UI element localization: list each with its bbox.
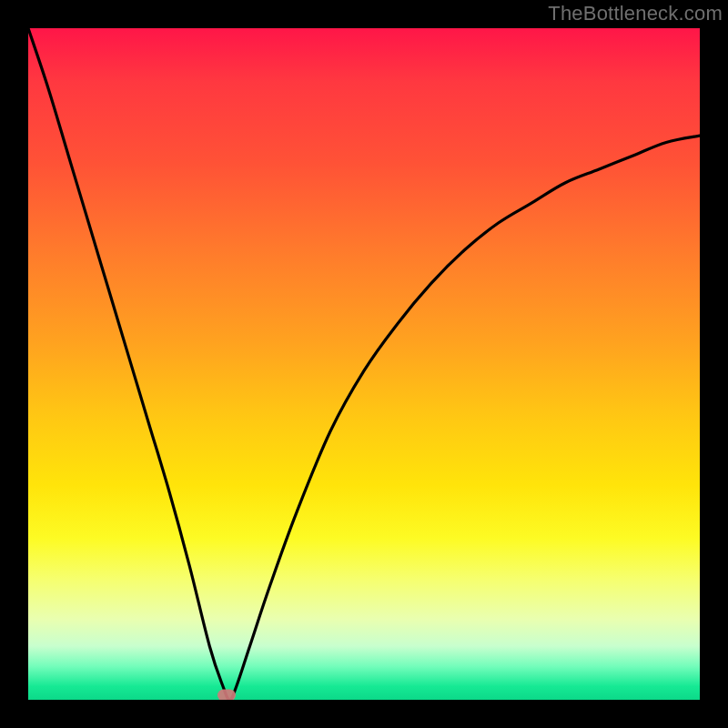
minimum-marker [217,689,236,700]
bottleneck-curve [28,28,700,700]
watermark-text: TheBottleneck.com [548,2,723,25]
plot-area [28,28,700,700]
chart-frame: TheBottleneck.com [0,0,728,728]
